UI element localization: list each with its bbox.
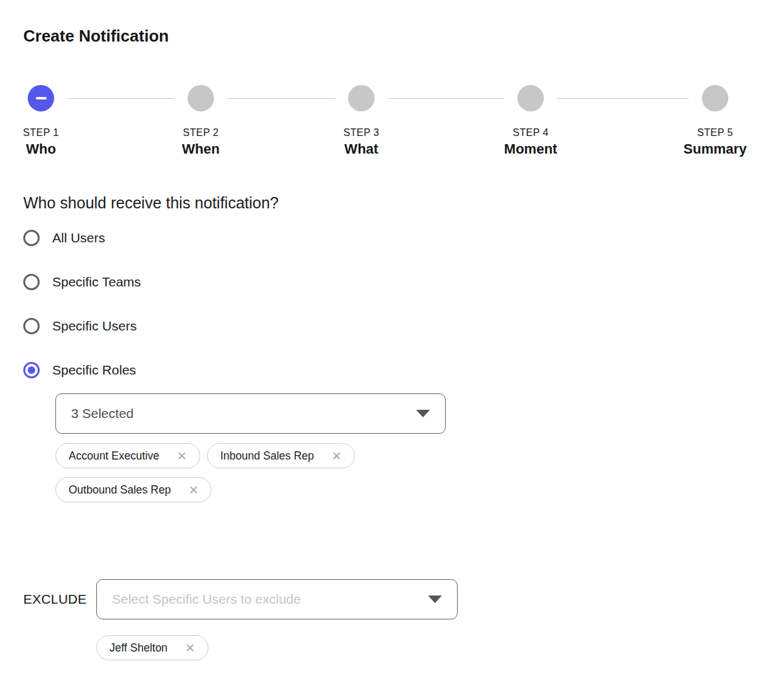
excluded-user-chip[interactable]: Jeff Shelton ✕: [96, 635, 208, 660]
step-2-label: STEP 2: [183, 127, 218, 138]
step-connector: [67, 98, 174, 99]
radio-dot: [28, 322, 35, 330]
remove-icon[interactable]: ✕: [332, 450, 342, 462]
step-connector: [388, 98, 504, 99]
exclude-section: EXCLUDE Select Specific Users to exclude: [23, 579, 754, 619]
caret-down-icon[interactable]: [416, 410, 430, 417]
radio-dot: [28, 234, 35, 242]
radio-button-icon[interactable]: [23, 318, 40, 334]
caret-down-icon[interactable]: [428, 596, 442, 603]
roles-dropdown-value: 3 Selected: [71, 406, 133, 421]
roles-multiselect-dropdown[interactable]: 3 Selected: [55, 393, 446, 434]
recipients-question: Who should receive this notification?: [23, 193, 754, 212]
step-2-indicator[interactable]: [188, 85, 214, 111]
radio-specific-roles[interactable]: Specific Roles: [23, 362, 754, 378]
chip-label: Jeff Shelton: [110, 641, 167, 655]
step-5-indicator[interactable]: [702, 85, 728, 111]
selected-roles-chips: Account Executive ✕ Inbound Sales Rep ✕ …: [55, 443, 452, 502]
step-4-indicator[interactable]: [517, 85, 544, 111]
step-3-label: STEP 3: [343, 127, 379, 138]
radio-button-icon[interactable]: [23, 274, 40, 290]
step-4-name: Moment: [504, 141, 557, 157]
exclude-label: EXCLUDE: [23, 592, 96, 607]
step-connector: [557, 98, 689, 99]
radio-button-icon[interactable]: [23, 230, 40, 246]
active-step-dash-icon: [36, 97, 47, 99]
chip-label: Inbound Sales Rep: [220, 449, 314, 463]
step-4-label: STEP 4: [512, 127, 548, 138]
radio-all-users[interactable]: All Users: [23, 230, 754, 246]
excluded-users-chips: Jeff Shelton ✕: [96, 635, 754, 660]
remove-icon[interactable]: ✕: [177, 450, 187, 462]
step-2-name: When: [182, 141, 220, 157]
step-connector: [227, 98, 335, 99]
exclude-dropdown-placeholder: Select Specific Users to exclude: [112, 592, 301, 607]
chip-label: Outbound Sales Rep: [69, 483, 171, 497]
step-3-indicator[interactable]: [348, 85, 375, 111]
page-title: Create Notification: [23, 26, 754, 46]
step-5-name: Summary: [684, 141, 747, 157]
radio-label: All Users: [52, 230, 105, 246]
role-chip[interactable]: Account Executive ✕: [55, 443, 200, 468]
role-chip[interactable]: Outbound Sales Rep ✕: [55, 477, 212, 502]
wizard-stepper: STEP 1 Who STEP 2 When STEP 3 What STEP …: [23, 85, 753, 162]
step-1-label: STEP 1: [23, 127, 59, 138]
role-chip[interactable]: Inbound Sales Rep ✕: [207, 443, 355, 468]
radio-button-icon[interactable]: [23, 362, 40, 378]
create-notification-page: Create Notification STEP 1 Who STEP 2 Wh…: [0, 0, 773, 700]
step-5-label: STEP 5: [697, 127, 733, 138]
chip-label: Account Executive: [69, 449, 159, 463]
step-1-name: Who: [26, 141, 56, 157]
radio-specific-teams[interactable]: Specific Teams: [23, 274, 754, 290]
step-3-name: What: [344, 141, 378, 157]
radio-dot: [28, 366, 35, 374]
radio-dot: [28, 278, 35, 286]
radio-label: Specific Users: [52, 319, 137, 334]
radio-label: Specific Roles: [52, 363, 136, 378]
remove-icon[interactable]: ✕: [185, 642, 195, 654]
radio-label: Specific Teams: [52, 274, 141, 290]
exclude-users-dropdown[interactable]: Select Specific Users to exclude: [96, 579, 458, 619]
remove-icon[interactable]: ✕: [188, 484, 198, 496]
specific-roles-section: 3 Selected Account Executive ✕ Inbound S…: [55, 393, 754, 502]
step-1-indicator[interactable]: [28, 85, 54, 111]
recipient-type-radio-group: All Users Specific Teams Specific Users …: [23, 230, 754, 378]
radio-specific-users[interactable]: Specific Users: [23, 318, 754, 334]
